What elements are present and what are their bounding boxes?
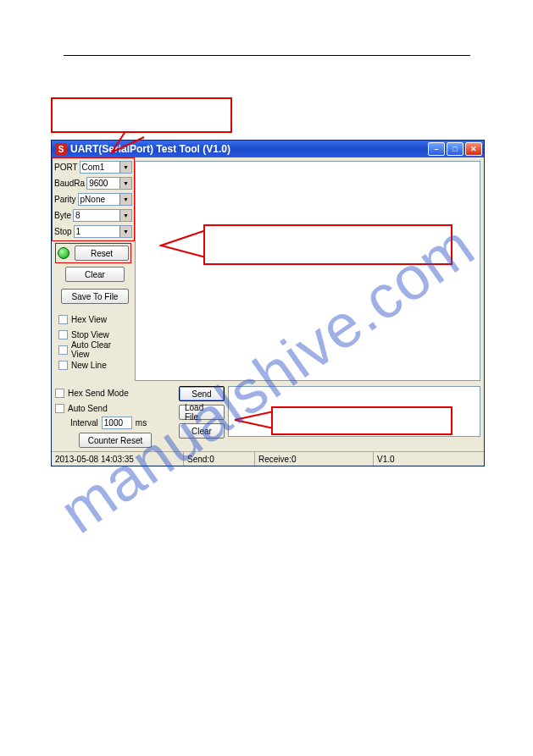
port-config-panel: PORT Com1 ▼ BaudRa 9600 ▼ <box>52 157 135 241</box>
stop-label: Stop <box>54 227 72 236</box>
chevron-down-icon: ▼ <box>119 210 131 221</box>
auto-send-label: Auto Send <box>68 404 108 413</box>
maximize-button[interactable]: □ <box>447 142 464 156</box>
title-bar[interactable]: S UART(SerialPort) Test Tool (V1.0) – □ … <box>52 141 484 157</box>
counter-reset-button[interactable]: Counter Reset <box>79 433 152 448</box>
port-select[interactable]: Com1 ▼ <box>80 161 132 174</box>
parity-value: pNone <box>81 195 105 204</box>
hex-send-mode-option[interactable]: Hex Send Mode <box>55 386 175 400</box>
interval-unit: ms <box>136 418 147 428</box>
close-button[interactable]: ✕ <box>465 142 482 156</box>
reset-button[interactable]: Reset <box>75 246 129 261</box>
auto-clear-view-label: Auto Clear View <box>71 340 131 359</box>
interval-label: Interval <box>70 418 98 428</box>
interval-input[interactable]: 1000 <box>102 417 132 429</box>
stop-view-label: Stop View <box>71 330 109 339</box>
send-buttons-column: Send Load File Clear <box>179 386 225 439</box>
status-bar: 2013-05-08 14:03:35 Send:0 Receive:0 V1.… <box>52 451 484 466</box>
stop-value: 1 <box>76 227 81 236</box>
clear-button[interactable]: Clear <box>65 267 125 282</box>
hex-view-option[interactable]: Hex View <box>58 312 131 326</box>
auto-send-option[interactable]: Auto Send <box>55 401 175 415</box>
chevron-down-icon: ▼ <box>119 194 131 205</box>
parity-label: Parity <box>54 195 76 204</box>
baud-select[interactable]: 9600 ▼ <box>86 177 132 190</box>
load-file-button[interactable]: Load File <box>179 405 225 420</box>
checkbox-icon <box>55 389 64 398</box>
checkbox-icon <box>58 315 68 324</box>
new-line-option[interactable]: New Line <box>58 358 131 372</box>
send-options-panel: Hex Send Mode Auto Send Interval 1000 ms… <box>55 386 175 448</box>
page-divider <box>64 55 470 56</box>
annotation-box-middle <box>203 224 452 265</box>
status-version: V1.0 <box>374 452 484 466</box>
checkbox-icon <box>58 361 68 370</box>
status-datetime: 2013-05-08 14:03:35 <box>52 452 184 466</box>
status-send-count: Send:0 <box>184 452 255 466</box>
checkbox-icon <box>58 345 68 355</box>
save-to-file-button[interactable]: Save To File <box>61 289 129 304</box>
status-led-icon <box>58 247 69 259</box>
checkbox-icon <box>58 330 68 339</box>
baud-label: BaudRa <box>54 179 85 188</box>
reset-panel: Reset <box>55 243 131 263</box>
new-line-label: New Line <box>71 361 107 370</box>
stop-select[interactable]: 1 ▼ <box>74 225 132 238</box>
byte-label: Byte <box>54 211 71 220</box>
annotation-box-top <box>51 97 232 133</box>
auto-clear-view-option[interactable]: Auto Clear View <box>58 343 131 356</box>
hex-send-mode-label: Hex Send Mode <box>68 389 129 398</box>
port-label: PORT <box>54 163 78 172</box>
hex-view-label: Hex View <box>71 315 107 324</box>
window-title: UART(SerialPort) Test Tool (V1.0) <box>70 143 428 155</box>
baud-value: 9600 <box>89 179 108 188</box>
status-receive-count: Receive:0 <box>255 452 374 466</box>
annotation-box-bottom <box>271 406 452 435</box>
stop-view-option[interactable]: Stop View <box>58 328 131 341</box>
port-value: Com1 <box>82 163 105 172</box>
chevron-down-icon: ▼ <box>119 226 131 237</box>
byte-value: 8 <box>75 211 81 220</box>
minimize-button[interactable]: – <box>428 142 445 156</box>
chevron-down-icon: ▼ <box>119 178 131 189</box>
chevron-down-icon: ▼ <box>119 162 131 173</box>
parity-select[interactable]: pNone ▼ <box>78 193 132 206</box>
app-icon: S <box>55 143 67 155</box>
receive-textarea[interactable] <box>135 161 480 381</box>
checkbox-icon <box>55 404 64 413</box>
byte-select[interactable]: 8 ▼ <box>73 209 132 222</box>
send-button[interactable]: Send <box>179 386 225 401</box>
clear-send-button[interactable]: Clear <box>179 423 225 439</box>
